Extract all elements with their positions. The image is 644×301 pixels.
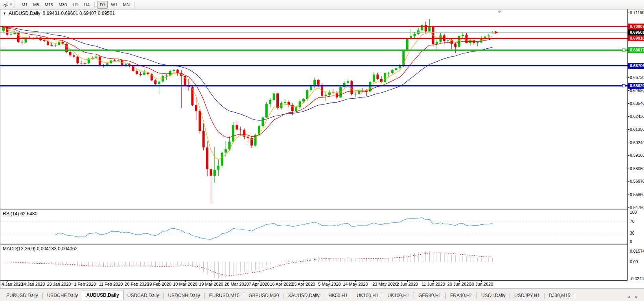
timeframe-button-MN[interactable]: MN [121,1,132,9]
chart-tab-USDCAD-Daily[interactable]: USDCAD,Daily [123,291,163,300]
price-tick-mark [628,90,629,91]
chart-title-symbol: AUDUSD,Daily [9,11,40,16]
price-tick-mark [628,143,629,143]
timeframe-button-M1[interactable]: M1 [19,1,30,9]
timeframe-button-H4[interactable]: H4 [81,1,92,9]
tab-separator [544,293,545,299]
timeframe-button-W1[interactable]: W1 [109,1,120,9]
timeframe-toolbar: ▼ M1M5M15M30H1H4D1W1MN [0,0,644,9]
chart-tab-USDCNH-Daily[interactable]: USDCNH,Daily [164,291,204,300]
tab-scroll-nav: ◄ ► [627,295,644,300]
timeframe-button-M15[interactable]: M15 [42,1,55,9]
tab-scroll-right-button[interactable]: ► [635,295,638,299]
rsi-scale-label: 0 [630,239,632,244]
tab-separator [477,293,477,299]
chart-tab-bar: EURUSD,DailyUSDCHF,DailyAUDUSD,DailyUSDC… [0,288,644,301]
timeframe-button-M30[interactable]: M30 [56,1,69,9]
chart-tab-UK100-H1[interactable]: UK100,H1 [353,291,382,300]
chart-tab-EURUSD-Daily[interactable]: EURUSD,Daily [2,291,42,300]
price-tick-mark [628,155,629,156]
chart-tab-AUDUSD-Daily[interactable]: AUDUSD,Daily [82,290,123,300]
price-tick: 0.61350 [630,127,644,132]
price-tick: 0.71190 [630,10,644,15]
chart-tab-EURUSD-M15[interactable]: EURUSD,M15 [205,291,243,300]
price-tick-mark [628,207,629,208]
rsi-label: RSI(14) 62.6480 [3,211,37,217]
tab-scroll-left-button[interactable]: ◄ [627,295,631,299]
cursor-glyph [2,2,9,8]
toolbar-separator [94,2,95,8]
date-tick: 30 Jun 2020 [469,282,493,286]
chart-tab-UK100-H1[interactable]: UK100,H1 [384,291,413,300]
main-chart-canvas[interactable] [0,9,627,209]
time-axis-border [0,280,644,281]
macd-panel: MACD(12,26,9) 0.004133 0.004062 [0,245,644,280]
macd-panel-canvas[interactable] [0,245,627,280]
chart-cursor-icon[interactable] [2,1,9,8]
chart-tab-DJ30-M15[interactable]: DJ30,M15 [545,291,574,300]
date-tick: 20 Jun 2020 [447,282,471,286]
timeframe-button-H1[interactable]: H1 [70,1,81,9]
rsi-scale-label: 30 [630,231,635,235]
date-tick: 1 Feb 2020 [74,282,96,286]
macd-scale-label: 0.015741 [630,249,644,253]
price-tick-mark [628,181,629,182]
price-tick-mark [628,77,629,78]
date-tick: 14 May 2020 [343,282,368,286]
tab-separator [383,293,383,299]
rsi-panel-canvas[interactable] [0,210,627,244]
price-tick-mark [628,103,629,104]
price-badge: 0.69010 [628,35,644,41]
mt4-terminal: { "toolbar": { "cursor_tool": "chart-cur… [0,0,644,301]
macd-scale-label: 0.00 [630,259,638,264]
chart-tab-XAUUSD-Daily[interactable]: XAUUSD,Daily [284,291,323,300]
price-tick: 0.65730 [630,75,644,80]
time-axis[interactable]: 4 Jan 202014 Jan 202023 Jan 20201 Feb 20… [0,280,644,288]
rsi-scale-label: 100 [630,210,637,215]
macd-label: MACD(12,26,9) 0.004133 0.004062 [3,246,77,251]
price-tick-mark [628,169,629,169]
price-tick: 0.62430 [630,114,644,119]
price-axis-border [627,9,628,280]
main-price-panel: ▼ AUDUSD,Daily 0.69431 0.69601 0.69407 0… [0,9,644,209]
tab-separator [575,293,575,299]
price-tick: 0.54780 [630,205,644,210]
chart-title: ▼ AUDUSD,Daily 0.69431 0.69601 0.69407 0… [3,11,115,16]
date-tick: 2 Jun 2020 [397,282,418,286]
chart-tabs: EURUSD,DailyUSDCHF,DailyAUDUSD,DailyUSDC… [2,290,576,300]
price-badge: 0.65020 [628,83,644,89]
price-tick-mark [628,129,629,130]
date-tick: 20 Feb 2020 [125,282,149,286]
chart-tab-GBPUSD-M30[interactable]: GBPUSD,M30 [245,291,283,300]
date-tick: 11 Jun 2020 [421,282,445,286]
tab-separator [163,293,164,299]
price-badge: 0.66706 [628,63,644,69]
date-tick: 16 Apr 2020 [270,282,293,286]
price-tick-mark [628,116,629,117]
chart-tab-USDJPY-H1[interactable]: USDJPY,H1 [510,291,543,300]
date-tick: 29 Feb 2020 [147,282,171,286]
cursor-dropdown-caret-icon[interactable]: ▼ [9,3,13,6]
chart-tab-USDCHF-Daily[interactable]: USDCHF,Daily [43,291,82,300]
rsi-scale-label: 70 [630,219,635,224]
tab-separator [510,293,510,299]
tab-separator [445,293,446,299]
timeframe-button-D1[interactable]: D1 [97,1,108,9]
tab-separator [352,293,352,299]
chart-menu-icon[interactable]: ▼ [3,11,6,15]
date-tick: 19 Mar 2020 [199,282,223,286]
chart-tab-GER30-H1[interactable]: GER30,H1 [414,291,445,300]
timeframe-button-M5[interactable]: M5 [31,1,41,9]
chart-tab-HK50-H1[interactable]: HK50,H1 [325,291,352,300]
price-axis[interactable]: 0.711900.657300.646200.635400.624300.613… [627,9,644,281]
tab-separator [204,293,205,299]
date-tick: 7 Apr 2020 [248,282,269,286]
date-tick: 28 Mar 2020 [224,282,249,286]
price-tick: 0.58050 [630,166,644,171]
chart-tab-USOil-Daily[interactable]: USOil,Daily [477,291,509,300]
timeframe-buttons: M1M5M15M30H1H4D1W1MN [19,1,137,9]
price-badge: 0.68017 [628,47,644,53]
chart-tab-FRA40-H1[interactable]: FRA40,H1 [446,291,476,300]
price-tick: 0.55860 [630,192,644,197]
toolbar-grip [15,2,17,8]
